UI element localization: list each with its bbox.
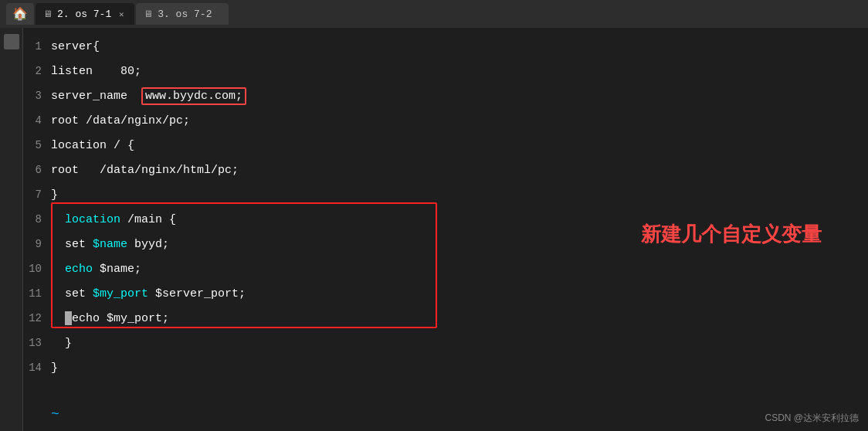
- tab-label-1: 2. os 7-1: [57, 8, 111, 20]
- line-number-10: 10: [23, 263, 51, 275]
- sidebar: [0, 28, 23, 431]
- tilde-symbol: ~: [51, 406, 59, 422]
- code-line-13: 13 }: [23, 331, 868, 355]
- home-tab[interactable]: 🏠: [6, 3, 34, 25]
- line-number-4: 4: [23, 114, 51, 127]
- line-content-14: }: [51, 361, 58, 375]
- line-number-7: 7: [23, 188, 51, 201]
- line-content-9: set $name byyd;: [51, 238, 169, 251]
- code-line-5: 5 location / {: [23, 133, 868, 158]
- tab-close-button-1[interactable]: ✕: [116, 8, 127, 19]
- text-cursor: [65, 311, 72, 325]
- line-number-5: 5: [23, 139, 51, 151]
- highlighted-domain: www.byydc.com;: [141, 87, 246, 105]
- main-window: 🏠 🖥 2. os 7-1 ✕ 🖥 3. os 7-2 1 server{: [0, 0, 868, 431]
- code-line-4: 4 root /data/nginx/pc;: [23, 108, 868, 133]
- line-number-9: 9: [23, 238, 51, 250]
- code-line-6: 6 root /data/nginx/html/pc;: [23, 158, 868, 182]
- line-content-3: server_name www.byydc.com;: [51, 90, 246, 103]
- code-line-11: 11 set $my_port $server_port;: [23, 281, 868, 306]
- editor-area: 1 server{ 2 listen 80; 3 server_name www…: [0, 28, 868, 431]
- code-line-14: 14 }: [23, 355, 868, 380]
- line-number-12: 12: [23, 312, 51, 324]
- line-content-10: echo $name;: [51, 263, 141, 276]
- line-content-4: root /data/nginx/pc;: [51, 114, 190, 127]
- line-number-14: 14: [23, 361, 51, 374]
- tab-os7-2[interactable]: 🖥 3. os 7-2: [136, 3, 229, 25]
- tab-monitor-icon-1: 🖥: [43, 8, 53, 20]
- line-number-1: 1: [23, 40, 51, 53]
- line-number-3: 3: [23, 90, 51, 102]
- annotation-text: 新建几个自定义变量: [641, 221, 822, 248]
- line-content-13: }: [51, 337, 72, 350]
- line-number-13: 13: [23, 337, 51, 349]
- line-number-2: 2: [23, 65, 51, 77]
- tab-label-2: 3. os 7-2: [158, 8, 212, 20]
- line-content-5: location / {: [51, 139, 134, 152]
- line-number-11: 11: [23, 287, 51, 300]
- line-number-6: 6: [23, 164, 51, 176]
- sidebar-button-1[interactable]: [4, 34, 19, 49]
- code-line-3: 3 server_name www.byydc.com;: [23, 83, 868, 108]
- line-number-8: 8: [23, 213, 51, 226]
- line-content-11: set $my_port $server_port;: [51, 287, 246, 300]
- code-line-1: 1 server{: [23, 34, 868, 59]
- code-line-2: 2 listen 80;: [23, 59, 868, 83]
- code-line-7: 7 }: [23, 182, 868, 207]
- tab-bar: 🏠 🖥 2. os 7-1 ✕ 🖥 3. os 7-2: [0, 0, 868, 28]
- line-content-8: location /main {: [51, 213, 176, 226]
- line-content-7: }: [51, 188, 58, 202]
- code-line-10: 10 echo $name;: [23, 256, 868, 281]
- tab-os7-1[interactable]: 🖥 2. os 7-1 ✕: [36, 3, 134, 25]
- code-editor[interactable]: 1 server{ 2 listen 80; 3 server_name www…: [23, 28, 868, 431]
- line-content-2: listen 80;: [51, 65, 141, 78]
- line-content-1: server{: [51, 40, 100, 53]
- watermark: CSDN @达米安利拉德: [765, 412, 859, 425]
- line-content-12: echo $my_port;: [51, 311, 169, 325]
- code-line-12: 12 echo $my_port;: [23, 306, 868, 331]
- house-icon: 🏠: [12, 6, 28, 22]
- line-content-6: root /data/nginx/html/pc;: [51, 164, 239, 177]
- tab-monitor-icon-2: 🖥: [144, 8, 153, 20]
